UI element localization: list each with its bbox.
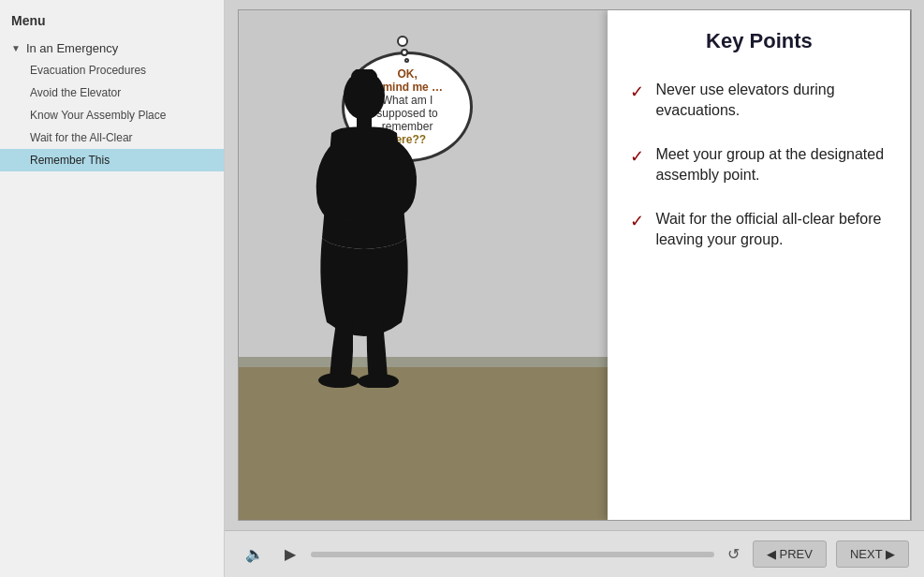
svg-point-3: [334, 199, 357, 217]
sidebar-section-emergency: ▼ In an Emergency Evacuation Procedures …: [0, 34, 224, 175]
sidebar-item-assembly[interactable]: Know Your Assembly Place: [0, 104, 224, 126]
controls-bar: 🔈 ▶ ↺ ◀ PREV NEXT ▶: [225, 530, 924, 577]
sidebar-section-header-emergency[interactable]: ▼ In an Emergency: [0, 37, 224, 59]
play-icon: ▶: [285, 545, 296, 563]
replay-icon: ↺: [727, 546, 740, 562]
floor-background: [239, 367, 609, 520]
sidebar-item-elevator[interactable]: Avoid the Elevator: [0, 81, 224, 104]
thought-bubble-circles: [397, 36, 409, 63]
scene-right: Key Points ✓ Never use elevators during …: [608, 10, 910, 520]
next-button[interactable]: NEXT ▶: [836, 540, 909, 568]
sidebar-item-allclear[interactable]: Wait for the All-Clear: [0, 126, 224, 149]
card-title: Key Points: [630, 29, 887, 61]
play-button[interactable]: ▶: [279, 541, 301, 567]
progress-bar-container[interactable]: [311, 552, 714, 557]
bubble-dot-large: [397, 36, 408, 47]
svg-point-5: [358, 374, 399, 388]
scene: OK,remind me … What am Isupposed toremem…: [238, 9, 912, 521]
scene-left: OK,remind me … What am Isupposed toremem…: [239, 10, 609, 520]
bubble-dot-small: [404, 58, 409, 63]
key-point-1: ✓ Never use elevators during evacuations…: [630, 80, 887, 122]
checkmark-icon-1: ✓: [630, 81, 644, 102]
sidebar: Menu ▼ In an Emergency Evacuation Proced…: [0, 0, 225, 577]
key-point-3: ✓ Wait for the official all-clear before…: [630, 209, 887, 251]
person-silhouette: [275, 69, 444, 388]
sidebar-item-evacuation[interactable]: Evacuation Procedures: [0, 59, 224, 81]
sidebar-title: Menu: [0, 7, 224, 34]
main-content: OK,remind me … What am Isupposed toremem…: [225, 0, 924, 577]
prev-button[interactable]: ◀ PREV: [753, 540, 827, 568]
collapse-arrow-icon: ▼: [11, 43, 21, 53]
key-point-text-3: Wait for the official all-clear before l…: [655, 209, 887, 251]
checkmark-icon-3: ✓: [630, 211, 644, 231]
svg-point-4: [318, 373, 359, 388]
sidebar-section-label: In an Emergency: [26, 41, 118, 55]
volume-button[interactable]: 🔈: [240, 541, 270, 567]
key-point-text-2: Meet your group at the designated assemb…: [655, 144, 887, 186]
key-point-text-1: Never use elevators during evacuations.: [655, 80, 887, 122]
key-point-2: ✓ Meet your group at the designated asse…: [630, 144, 887, 186]
sidebar-item-remember[interactable]: Remember This: [0, 149, 224, 171]
stage: OK,remind me … What am Isupposed toremem…: [225, 0, 924, 530]
checkmark-icon-2: ✓: [630, 146, 644, 167]
replay-button[interactable]: ↺: [724, 541, 743, 567]
app-container: Menu ▼ In an Emergency Evacuation Proced…: [0, 0, 924, 577]
volume-icon: 🔈: [245, 545, 264, 563]
bubble-dot-medium: [401, 49, 408, 56]
